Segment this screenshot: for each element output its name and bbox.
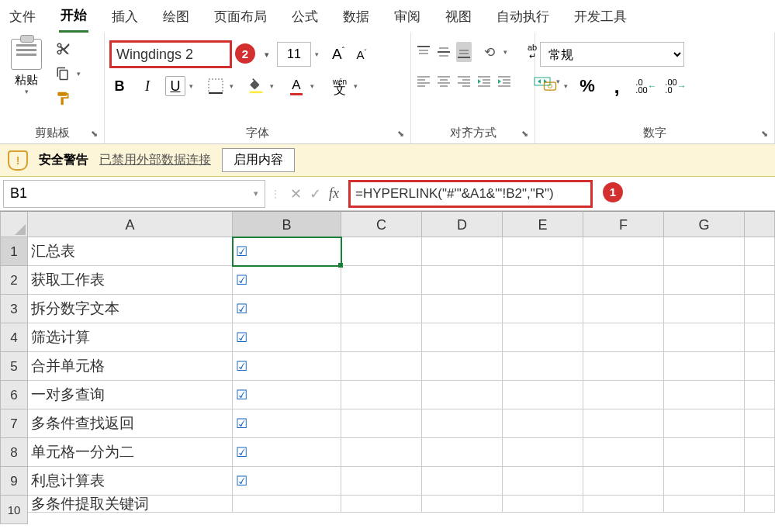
cell[interactable] <box>503 352 583 381</box>
cell[interactable] <box>503 295 583 323</box>
cell[interactable]: 合并单元格 <box>28 352 233 381</box>
row-header[interactable]: 2 <box>0 266 28 295</box>
chevron-down-icon[interactable]: ▾ <box>254 188 258 199</box>
accept-formula-button[interactable]: ✓ <box>310 185 321 202</box>
cell[interactable] <box>745 438 775 467</box>
cell[interactable] <box>341 323 422 352</box>
cell[interactable] <box>341 496 422 513</box>
align-top-button[interactable] <box>416 42 431 62</box>
tab-formulas[interactable]: 公式 <box>290 2 320 32</box>
cell[interactable] <box>422 266 503 295</box>
cell[interactable] <box>341 295 422 323</box>
font-color-button[interactable]: A <box>286 76 306 96</box>
cell[interactable] <box>583 409 664 438</box>
cell[interactable] <box>745 352 775 381</box>
cell[interactable] <box>745 381 775 409</box>
cell[interactable]: ☑ <box>233 467 341 496</box>
cell[interactable] <box>664 496 745 513</box>
increase-font-button[interactable]: Aˆ <box>328 44 348 64</box>
row-header[interactable]: 1 <box>0 237 28 266</box>
italic-button[interactable]: I <box>137 76 157 96</box>
row-header[interactable]: 10 <box>0 496 28 524</box>
cell[interactable] <box>664 295 745 323</box>
cell[interactable] <box>503 381 583 409</box>
col-header-B[interactable]: B <box>233 211 341 237</box>
cell[interactable] <box>745 237 775 266</box>
tab-draw[interactable]: 绘图 <box>161 2 191 32</box>
cell[interactable]: 汇总表 <box>28 237 233 266</box>
cell[interactable] <box>664 438 745 467</box>
cell[interactable] <box>583 323 664 352</box>
dialog-launcher-icon[interactable]: ⬊ <box>91 129 98 139</box>
cell[interactable] <box>422 323 503 352</box>
decrease-decimal-button[interactable]: .00.0→ <box>666 76 686 96</box>
tab-home[interactable]: 开始 <box>59 0 88 33</box>
chevron-down-icon[interactable]: ▾ <box>270 82 274 90</box>
cell[interactable] <box>583 295 664 323</box>
cell[interactable] <box>664 467 745 496</box>
cell[interactable] <box>422 295 503 323</box>
cell[interactable] <box>422 467 503 496</box>
chevron-down-icon[interactable]: ▾ <box>189 82 193 90</box>
col-header-E[interactable]: E <box>503 211 583 237</box>
tab-pagelayout[interactable]: 页面布局 <box>213 2 268 32</box>
cell[interactable] <box>583 438 664 467</box>
size-dropdown[interactable]: ▾ <box>315 50 319 58</box>
cell[interactable] <box>583 381 664 409</box>
tab-review[interactable]: 审阅 <box>393 2 422 32</box>
phonetic-guide-button[interactable]: wén文 <box>330 76 350 96</box>
cell[interactable]: 单元格一分为二 <box>28 438 233 467</box>
cell[interactable] <box>503 496 583 513</box>
cell[interactable] <box>341 409 422 438</box>
cell[interactable] <box>341 237 422 266</box>
row-header[interactable]: 6 <box>0 381 28 409</box>
font-size-input[interactable] <box>277 42 311 67</box>
cell[interactable] <box>341 467 422 496</box>
chevron-down-icon[interactable]: ▾ <box>230 82 234 90</box>
cell[interactable] <box>503 438 583 467</box>
cell[interactable] <box>422 237 503 266</box>
cell[interactable] <box>745 409 775 438</box>
security-link[interactable]: 已禁用外部数据连接 <box>99 152 211 168</box>
cell[interactable] <box>583 467 664 496</box>
cell[interactable] <box>341 352 422 381</box>
cell[interactable] <box>583 237 664 266</box>
chevron-down-icon[interactable]: ▾ <box>77 70 81 78</box>
row-header[interactable]: 9 <box>0 467 28 496</box>
col-header-G[interactable]: G <box>664 211 745 237</box>
name-box[interactable]: B1 ▾ <box>3 180 265 208</box>
bold-button[interactable]: B <box>109 76 130 96</box>
number-format-select[interactable]: 常规 <box>540 42 684 67</box>
cell[interactable] <box>503 323 583 352</box>
cut-button[interactable] <box>53 39 73 59</box>
enable-content-button[interactable]: 启用内容 <box>222 148 295 172</box>
row-header[interactable]: 8 <box>0 438 28 467</box>
cell[interactable]: ☑ <box>233 266 341 295</box>
underline-button[interactable]: U <box>165 76 185 96</box>
cell[interactable]: 筛选计算 <box>28 323 233 352</box>
cell[interactable]: ☑ <box>233 381 341 409</box>
chevron-down-icon[interactable]: ▾ <box>503 48 507 56</box>
cell[interactable]: ☑ <box>233 438 341 467</box>
tab-data[interactable]: 数据 <box>341 2 371 32</box>
font-dropdown[interactable]: ▾ <box>265 50 269 60</box>
dialog-launcher-icon[interactable]: ⬊ <box>521 129 528 139</box>
cell[interactable] <box>503 467 583 496</box>
row-header[interactable]: 4 <box>0 323 28 352</box>
align-bottom-button[interactable] <box>456 42 472 62</box>
formula-input[interactable] <box>348 180 593 208</box>
cell[interactable] <box>233 496 341 513</box>
align-center-button[interactable] <box>436 71 452 92</box>
col-header-C[interactable]: C <box>341 211 422 237</box>
row-header[interactable]: 7 <box>0 409 28 438</box>
copy-button[interactable] <box>53 64 73 84</box>
dialog-launcher-icon[interactable]: ⬊ <box>761 129 768 139</box>
cell[interactable] <box>745 467 775 496</box>
tab-file[interactable]: 文件 <box>8 2 37 32</box>
cell[interactable]: 获取工作表 <box>28 266 233 295</box>
col-header-A[interactable]: A <box>28 211 233 237</box>
currency-button[interactable] <box>540 76 560 96</box>
cell[interactable] <box>583 352 664 381</box>
cell[interactable] <box>583 266 664 295</box>
cell[interactable] <box>664 409 745 438</box>
